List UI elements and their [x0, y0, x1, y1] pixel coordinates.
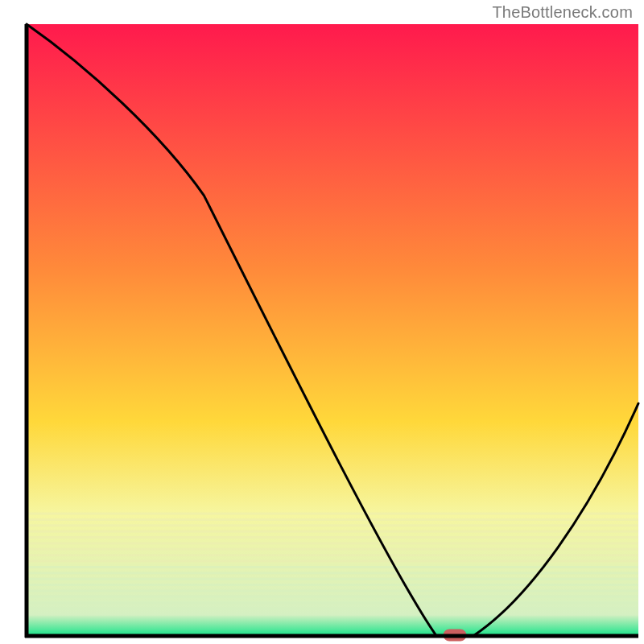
chart-svg	[0, 0, 644, 644]
chart-stage: TheBottleneck.com	[0, 0, 644, 644]
watermark-text: TheBottleneck.com	[492, 3, 633, 22]
